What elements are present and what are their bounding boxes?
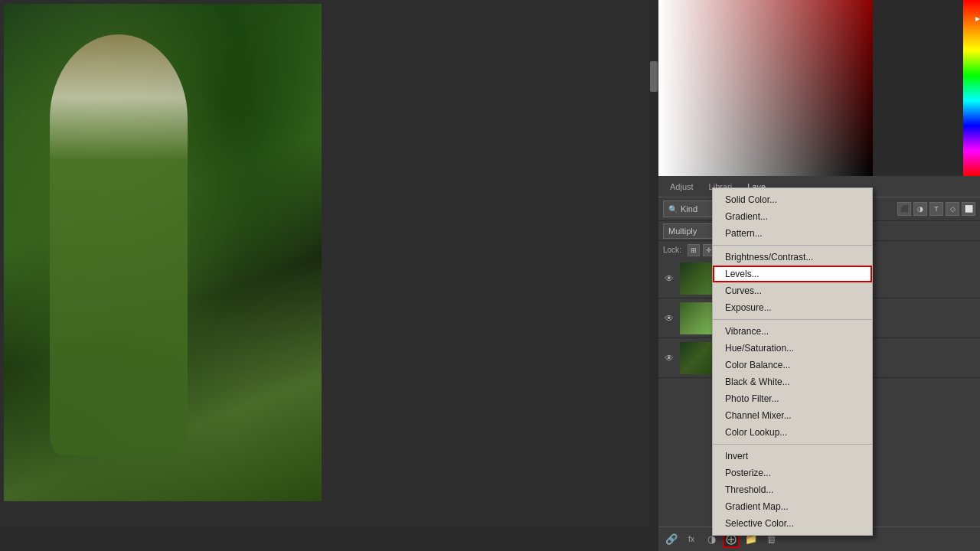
filter-adjust-icon[interactable]: ◑ (913, 202, 927, 216)
menu-item-solid-color[interactable]: Solid Color... (713, 191, 872, 208)
photo-canvas (4, 4, 322, 501)
link-layers-icon[interactable]: 🔗 (663, 531, 680, 548)
bottom-bar (0, 527, 658, 551)
menu-item-hue-saturation[interactable]: Hue/Saturation... (713, 340, 872, 357)
menu-item-posterize[interactable]: Posterize... (713, 465, 872, 481)
filter-type-icon[interactable]: T (929, 202, 943, 216)
menu-item-black-white[interactable]: Black & White... (713, 373, 872, 390)
fx-icon[interactable]: fx (683, 531, 700, 548)
menu-item-vibrance[interactable]: Vibrance... (713, 323, 872, 340)
scroll-track[interactable] (649, 0, 658, 551)
color-gradient[interactable] (658, 0, 873, 176)
menu-separator-1 (713, 245, 872, 246)
scroll-thumb[interactable] (650, 61, 658, 92)
menu-item-invert[interactable]: Invert (713, 448, 872, 465)
layer-thumbnail-layer1 (680, 342, 712, 374)
menu-item-color-lookup[interactable]: Color Lookup... (713, 424, 872, 441)
menu-separator-3 (713, 444, 872, 445)
lock-position-icon[interactable]: ⊞ (688, 244, 700, 256)
layer-thumbnail-screen (680, 302, 712, 334)
canvas-area (0, 0, 658, 551)
menu-item-threshold[interactable]: Threshold... (713, 481, 872, 498)
menu-item-curves[interactable]: Curves... (713, 282, 872, 299)
menu-item-color-balance[interactable]: Color Balance... (713, 357, 872, 373)
menu-separator-2 (713, 319, 872, 320)
menu-item-levels[interactable]: Levels... (713, 266, 872, 282)
color-picker[interactable] (658, 0, 980, 176)
visibility-icon-layer1[interactable]: 👁 (663, 352, 675, 364)
filter-shape-icon[interactable]: ◇ (946, 202, 959, 216)
search-icon: 🔍 (668, 205, 678, 214)
menu-item-photo-filter[interactable]: Photo Filter... (713, 390, 872, 407)
hue-slider[interactable] (963, 0, 980, 176)
adjustment-layer-dropdown: Solid Color... Gradient... Pattern... Br… (712, 187, 873, 536)
filter-pixel-icon[interactable]: ⬛ (897, 202, 911, 216)
menu-item-brightness-contrast[interactable]: Brightness/Contrast... (713, 249, 872, 266)
layer-filter-icons: ⬛ ◑ T ◇ ⬜ (897, 202, 975, 216)
visibility-icon-multiply[interactable]: 👁 (663, 272, 675, 285)
menu-item-channel-mixer[interactable]: Channel Mixer... (713, 407, 872, 424)
filter-smart-icon[interactable]: ⬜ (962, 202, 975, 216)
menu-item-exposure[interactable]: Exposure... (713, 299, 872, 316)
tab-adjust[interactable]: Adjust (662, 178, 701, 197)
menu-item-gradient[interactable]: Gradient... (713, 208, 872, 225)
layer-thumbnail-multiply (680, 262, 712, 295)
menu-item-pattern[interactable]: Pattern... (713, 225, 872, 242)
visibility-icon-screen[interactable]: 👁 (663, 312, 675, 324)
menu-item-selective-color[interactable]: Selective Color... (713, 515, 872, 532)
menu-item-gradient-map[interactable]: Gradient Map... (713, 498, 872, 515)
